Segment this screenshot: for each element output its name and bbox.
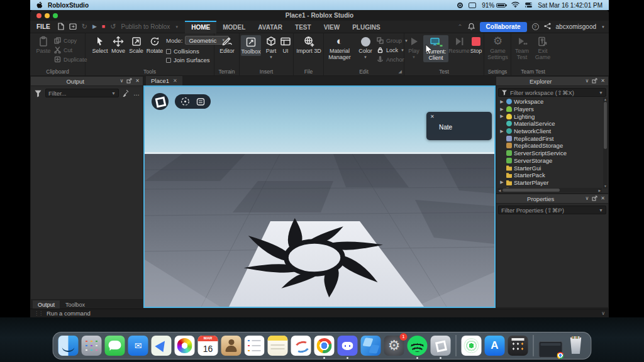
- properties-close-icon[interactable]: ✕: [601, 196, 605, 201]
- tab-model[interactable]: MODEL: [216, 21, 252, 33]
- cut-button[interactable]: Cut: [54, 45, 87, 55]
- app-store-dock-icon[interactable]: A: [485, 336, 505, 356]
- wifi-icon[interactable]: [511, 1, 519, 9]
- share-icon[interactable]: [544, 23, 551, 31]
- team-test-button[interactable]: Team Test: [513, 35, 531, 61]
- explorer-item-replicatedfirst[interactable]: ▶ ReplicatedFirst: [497, 134, 608, 142]
- quick-play-icon[interactable]: ▶: [92, 24, 97, 30]
- undo-icon[interactable]: ↺: [110, 23, 116, 30]
- anchor-button[interactable]: Anchor: [377, 55, 408, 64]
- place1-document-tab[interactable]: Place1 ✕: [146, 76, 182, 85]
- tab-home[interactable]: HOME: [185, 21, 216, 33]
- tab-view[interactable]: VIEW: [318, 21, 347, 33]
- stop-button[interactable]: Stop: [469, 35, 484, 55]
- properties-popout-icon[interactable]: [592, 195, 597, 202]
- chrome-dock-icon[interactable]: [314, 336, 335, 356]
- file-menu-button[interactable]: FILE: [34, 23, 53, 30]
- output-filter-funnel-icon[interactable]: [34, 89, 42, 97]
- command-bar-caret-icon[interactable]: ∨: [601, 310, 605, 316]
- expand-arrow-icon[interactable]: ▶: [499, 129, 504, 134]
- menu-bar-clock[interactable]: Sat Mar 16 1:42:01 PM: [538, 2, 602, 9]
- scrollbar-thumb[interactable]: [604, 102, 607, 149]
- select-tool-button[interactable]: Select: [91, 35, 109, 55]
- reminders-dock-icon[interactable]: [245, 336, 265, 356]
- expand-arrow-icon[interactable]: ▶: [499, 180, 504, 185]
- move-tool-button[interactable]: Move: [110, 35, 126, 55]
- control-center-icon[interactable]: [525, 3, 532, 8]
- output-collapse-chevron-icon[interactable]: ∨: [119, 79, 123, 84]
- expand-arrow-icon[interactable]: ▶: [499, 114, 504, 119]
- mail-dock-icon[interactable]: ✉: [128, 336, 148, 356]
- explorer-item-lighting[interactable]: ▶ Lighting: [497, 112, 608, 120]
- exit-game-button[interactable]: Exit Game: [533, 35, 552, 61]
- scroll-right-icon[interactable]: ▶: [597, 189, 602, 192]
- redo-icon[interactable]: ↻: [82, 23, 87, 30]
- spotify-dock-icon[interactable]: [408, 336, 428, 356]
- freeform-dock-icon[interactable]: [291, 336, 311, 356]
- explorer-horizontal-scrollbar[interactable]: ◀ ▶: [497, 188, 602, 192]
- explorer-item-startergui[interactable]: ▶ StarterGui: [497, 164, 608, 172]
- scroll-left-icon[interactable]: ◀: [497, 189, 502, 192]
- collisions-checkbox[interactable]: Collisions: [166, 48, 214, 55]
- command-bar[interactable]: ⋮⋮ Run a command ∨: [30, 309, 609, 317]
- contacts-dock-icon[interactable]: [221, 336, 242, 356]
- photos-dock-icon[interactable]: [175, 336, 195, 356]
- explorer-collapse-chevron-icon[interactable]: ∨: [585, 79, 589, 84]
- finder-dock-icon[interactable]: [58, 336, 79, 356]
- open-file-icon[interactable]: [69, 23, 77, 31]
- join-surfaces-checkbox[interactable]: Join Surfaces: [166, 57, 214, 63]
- close-window-button[interactable]: [36, 13, 42, 18]
- publish-caret-icon[interactable]: ▼: [175, 25, 179, 29]
- launchpad-dock-icon[interactable]: [82, 336, 102, 356]
- blue-app-dock-icon[interactable]: [361, 336, 381, 356]
- explorer-close-icon[interactable]: ✕: [601, 79, 605, 84]
- expand-arrow-icon[interactable]: ▶: [499, 107, 504, 112]
- chat-close-icon[interactable]: ✕: [430, 114, 435, 119]
- copy-button[interactable]: Copy: [54, 36, 87, 45]
- discord-dock-icon[interactable]: [338, 336, 358, 356]
- output-close-icon[interactable]: ✕: [135, 79, 140, 84]
- collaborate-button[interactable]: Collaborate: [480, 22, 527, 32]
- expand-arrow-icon[interactable]: ▶: [499, 99, 504, 104]
- explorer-popout-icon[interactable]: [592, 78, 597, 85]
- tab-test[interactable]: TEST: [289, 21, 318, 33]
- zoom-window-button[interactable]: [53, 13, 58, 18]
- roblox-menu-button[interactable]: [152, 93, 169, 110]
- chat-window[interactable]: ✕ Nate: [426, 112, 492, 140]
- chat-list-icon[interactable]: [196, 97, 205, 106]
- collapse-ribbon-icon[interactable]: ⌃: [457, 23, 462, 30]
- new-file-icon[interactable]: [58, 23, 64, 31]
- explorer-item-starterpack[interactable]: ▶ StarterPack: [497, 172, 608, 179]
- explorer-item-serverstorage[interactable]: ▶ ServerStorage: [497, 157, 608, 165]
- properties-filter-input[interactable]: Filter Properties (⇧⌘P) ▼: [498, 206, 606, 214]
- display-icon[interactable]: [469, 3, 476, 8]
- calendar-dock-icon[interactable]: MAR 16: [198, 336, 218, 356]
- messages-dock-icon[interactable]: [105, 336, 125, 356]
- explorer-item-players[interactable]: ▶ Players: [497, 106, 608, 113]
- minimize-window-button[interactable]: [45, 13, 50, 18]
- resume-button[interactable]: Resume: [450, 35, 469, 55]
- calculator-dock-icon[interactable]: [508, 336, 528, 356]
- apple-menu-icon[interactable]: [36, 2, 42, 8]
- group-button[interactable]: Group▼: [377, 36, 408, 45]
- bottom-tab-output[interactable]: Output: [33, 300, 60, 309]
- tab-close-icon[interactable]: ✕: [173, 78, 177, 84]
- notifications-bell-icon[interactable]: [468, 23, 475, 31]
- explorer-item-workspace[interactable]: ▶ Workspace: [497, 98, 608, 106]
- roblox-studio-dock-icon[interactable]: [431, 336, 451, 356]
- output-more-icon[interactable]: …: [133, 90, 140, 97]
- ui-button[interactable]: UI: [279, 35, 292, 55]
- scroll-down-icon[interactable]: ▼: [603, 184, 608, 189]
- battery-status[interactable]: 91%: [482, 2, 506, 9]
- explorer-vertical-scrollbar[interactable]: ▲ ▼: [603, 97, 608, 189]
- explorer-item-networkclient[interactable]: ▶ NetworkClient: [497, 128, 608, 135]
- view-selector-icon[interactable]: [180, 97, 190, 106]
- 3d-viewport[interactable]: ✕ Nate: [143, 85, 496, 308]
- account-caret-icon[interactable]: ▼: [601, 25, 605, 29]
- username-label[interactable]: abcxomisgood: [556, 23, 596, 30]
- publish-button[interactable]: Publish to Roblox: [121, 23, 170, 30]
- maps-dock-icon[interactable]: [152, 336, 172, 356]
- explorer-item-serverscriptservice[interactable]: ▶ ServerScriptService: [497, 150, 608, 157]
- material-manager-button[interactable]: ◐ Material Manager: [325, 35, 354, 61]
- clear-output-broom-icon[interactable]: [122, 89, 130, 97]
